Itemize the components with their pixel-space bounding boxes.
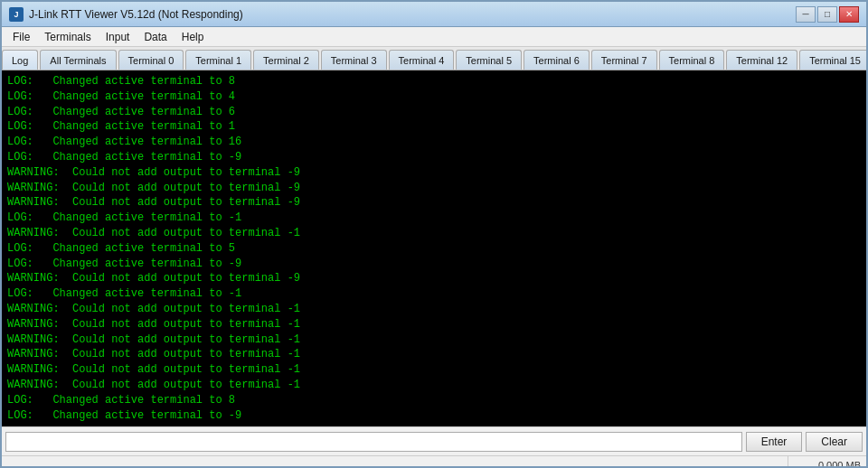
tab-terminal-5[interactable]: Terminal 5 — [456, 50, 522, 70]
log-line: WARNING: Could not add output to termina… — [7, 347, 861, 362]
tab-bar: LogAll TerminalsTerminal 0Terminal 1Term… — [2, 47, 866, 70]
input-bar: Enter Clear — [2, 426, 866, 455]
menu-item-input[interactable]: Input — [99, 29, 137, 45]
log-line: LOG: Changed active terminal to 5 — [7, 241, 861, 257]
log-line: WARNING: Could not add output to termina… — [7, 317, 861, 332]
tab-all-terminals[interactable]: All Terminals — [40, 50, 116, 70]
tab-terminal-4[interactable]: Terminal 4 — [389, 50, 455, 70]
status-bar: 0.000 MB — [2, 455, 866, 468]
log-line: WARNING: Could not add output to termina… — [7, 362, 861, 378]
tab-terminal-8[interactable]: Terminal 8 — [659, 50, 725, 70]
log-line: WARNING: Could not add output to termina… — [7, 378, 861, 393]
tab-terminal-7[interactable]: Terminal 7 — [591, 50, 657, 70]
menu-item-help[interactable]: Help — [175, 29, 212, 45]
log-line: LOG: Changed active terminal to 8 — [7, 74, 861, 89]
enter-button[interactable]: Enter — [746, 432, 803, 452]
log-line: LOG: Changed active terminal to -9 — [7, 150, 861, 165]
log-line: WARNING: Could not add output to termina… — [7, 195, 861, 211]
app-icon: J — [9, 7, 24, 22]
log-area[interactable]: LOG: Changed active terminal to 8LOG: Ch… — [2, 70, 866, 426]
log-line: LOG: Changed active terminal to -9 — [7, 257, 861, 272]
menu-bar: FileTerminalsInputDataHelp — [2, 27, 866, 47]
menu-item-terminals[interactable]: Terminals — [37, 29, 98, 45]
log-line: LOG: Changed active terminal to 6 — [7, 105, 861, 120]
log-line: LOG: Changed active terminal to -1 — [7, 286, 861, 302]
input-field[interactable] — [5, 432, 742, 452]
minimize-button[interactable]: ─ — [796, 6, 816, 23]
log-line: WARNING: Could not add output to termina… — [7, 165, 861, 181]
log-line: WARNING: Could not add output to termina… — [7, 271, 861, 286]
tab-terminal-1[interactable]: Terminal 1 — [185, 50, 251, 70]
log-line: WARNING: Could not add output to termina… — [7, 226, 861, 241]
tab-terminal-3[interactable]: Terminal 3 — [321, 50, 387, 70]
status-memory: 0.000 MB — [818, 460, 861, 468]
log-line: LOG: Changed active terminal to -9 — [7, 408, 861, 424]
log-line: LOG: Changed active terminal to 8 — [7, 393, 861, 408]
close-button[interactable]: ✕ — [839, 6, 859, 23]
log-line: LOG: Changed active terminal to -1 — [7, 211, 861, 226]
log-line: WARNING: Could not add output to termina… — [7, 302, 861, 317]
log-line: WARNING: Could not add output to termina… — [7, 332, 861, 348]
tab-terminal-6[interactable]: Terminal 6 — [524, 50, 590, 70]
log-wrapper: LOG: Changed active terminal to 8LOG: Ch… — [2, 70, 866, 426]
title-text: J-Link RTT Viewer V5.12d (Not Responding… — [29, 8, 796, 21]
log-line: LOG: Changed active terminal to 4 — [7, 89, 861, 105]
log-line: WARNING: Could not add output to termina… — [7, 181, 861, 196]
title-bar: J J-Link RTT Viewer V5.12d (Not Respondi… — [2, 2, 866, 27]
menu-item-file[interactable]: File — [5, 29, 37, 45]
title-buttons: ─ □ ✕ — [796, 6, 859, 23]
log-line: LOG: Changed active terminal to 16 — [7, 135, 861, 150]
log-line: LOG: Changed active terminal to 1 — [7, 119, 861, 135]
status-left — [7, 456, 788, 468]
tab-log[interactable]: Log — [2, 50, 38, 70]
tab-terminal-0[interactable]: Terminal 0 — [118, 50, 184, 70]
tab-terminal-12[interactable]: Terminal 12 — [726, 50, 797, 70]
tab-terminal-15[interactable]: Terminal 15 — [799, 50, 866, 70]
status-right: 0.000 MB — [788, 460, 861, 468]
clear-button[interactable]: Clear — [806, 432, 863, 452]
menu-item-data[interactable]: Data — [137, 29, 174, 45]
maximize-button[interactable]: □ — [817, 6, 837, 23]
tab-terminal-2[interactable]: Terminal 2 — [253, 50, 319, 70]
